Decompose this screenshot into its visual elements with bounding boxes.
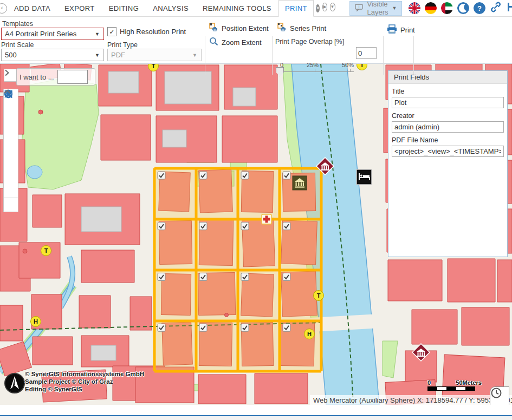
tab-scroll-left-icon[interactable]: ‹	[0, 3, 7, 14]
map-copyright: © SynerGIS Informationssysteme GmbH Samp…	[25, 370, 144, 393]
coordinate-status: Web Mercator (Auxiliary Sphere) X: 17185…	[310, 395, 512, 405]
series-grid-checkbox[interactable]	[283, 324, 290, 331]
scale-bar: 050Meters	[427, 379, 482, 391]
series-grid-checkbox[interactable]	[158, 172, 165, 179]
panel-title[interactable]: Print Fields	[388, 71, 507, 84]
position-extent-button[interactable]: Position Extent	[209, 23, 269, 34]
next-extent-icon[interactable]	[4, 157, 18, 170]
layer-info-icon: i	[355, 3, 364, 14]
language-english-icon[interactable]	[409, 2, 420, 14]
print-scale-select[interactable]: 500▼	[1, 49, 104, 61]
series-grid-checkbox[interactable]	[199, 273, 207, 281]
previous-extent-icon[interactable]	[4, 143, 18, 157]
svg-text:T: T	[360, 64, 364, 68]
zoom-in-icon[interactable]	[4, 116, 18, 130]
slider-track[interactable]	[277, 71, 354, 72]
hotel-marker[interactable]	[357, 169, 372, 185]
tab-scroll-right-icon[interactable]: ▶	[322, 3, 327, 11]
tab-remaining-tools[interactable]: REMAINING TOOLS	[196, 4, 278, 12]
position-extent-icon	[209, 23, 218, 34]
series-grid-checkbox[interactable]	[283, 273, 290, 281]
map-viewport[interactable]: TTHTHT I want to ... Print Fields Titl	[0, 64, 512, 405]
map-toolbar	[3, 89, 18, 212]
i-want-to-label: I want to ...	[20, 73, 54, 81]
transit-stop-marker[interactable]: T	[41, 246, 51, 256]
transit-stop-marker[interactable]: H	[304, 329, 315, 339]
close-tab-icon[interactable]: ✕	[316, 4, 320, 12]
expand-panel-button[interactable]	[4, 69, 17, 82]
language-german-icon[interactable]	[425, 2, 437, 14]
svg-text:H: H	[307, 331, 312, 337]
high-resolution-checkbox[interactable]: ✓ High Resolution Print	[107, 27, 186, 36]
transit-stop-marker[interactable]: H	[31, 317, 41, 327]
i-want-to-widget[interactable]: I want to ...	[16, 68, 95, 86]
zoom-out-icon[interactable]	[4, 130, 18, 143]
ribbon-tab-bar: ‹ ADD DATA EXPORT EDITING ANALYSIS REMAI…	[0, 0, 512, 17]
series-grid-checkbox[interactable]	[283, 222, 290, 230]
overlap-label: Print Page Overlap [%]	[275, 38, 344, 45]
svg-text:T: T	[152, 64, 155, 69]
time-slider-button[interactable]	[490, 386, 509, 405]
north-arrow-icon	[5, 373, 24, 393]
print-type-label: Print Type	[107, 41, 138, 49]
print-icon	[387, 24, 397, 36]
museum-olive-marker[interactable]	[293, 176, 307, 190]
series-grid-checkbox[interactable]	[283, 172, 290, 179]
print-fields-panel: Print Fields Title Creator PDF File Name	[388, 70, 508, 257]
pdf-filename-label: PDF File Name	[392, 136, 504, 144]
series-print-grid[interactable]	[154, 168, 321, 371]
full-extent-icon[interactable]	[4, 184, 18, 198]
templates-label: Templates	[2, 20, 33, 28]
center-map-icon[interactable]	[4, 170, 18, 184]
svg-text:?: ?	[477, 4, 482, 12]
slider-thumb[interactable]	[276, 67, 284, 76]
creator-field-input[interactable]	[392, 121, 504, 133]
series-grid-checkbox[interactable]	[199, 324, 207, 331]
svg-text:T: T	[44, 247, 48, 254]
help-icon[interactable]: ?	[474, 2, 485, 14]
print-scale-label: Print Scale	[1, 41, 34, 49]
series-grid-checkbox[interactable]	[158, 222, 165, 230]
share-link-icon[interactable]	[490, 1, 502, 15]
checkbox-check-icon: ✓	[107, 27, 116, 36]
center-cross-marker	[262, 214, 271, 224]
tab-print[interactable]: PRINT	[278, 0, 314, 17]
tab-add-data[interactable]: ADD DATA	[7, 4, 57, 12]
i-want-to-input[interactable]	[57, 70, 88, 84]
tab-export[interactable]: EXPORT	[57, 4, 102, 12]
language-arabic-icon[interactable]	[441, 2, 453, 14]
templates-select[interactable]: A4 Portrait Print Series▼	[1, 28, 104, 40]
series-print-icon	[277, 23, 287, 34]
tab-menu-dropdown-icon[interactable]: ▼	[330, 3, 335, 11]
series-grid-checkbox[interactable]	[158, 273, 165, 281]
series-grid-checkbox[interactable]	[158, 324, 165, 331]
chevron-down-icon: ▼	[392, 5, 397, 11]
overlap-slider[interactable]: 0 25% 50%	[276, 62, 355, 77]
series-grid-checkbox[interactable]	[241, 222, 249, 230]
visible-layers-dropdown[interactable]: i Visible Layers ▼	[349, 1, 403, 16]
pdf-filename-input[interactable]	[392, 146, 504, 157]
collapse-toolbar-icon[interactable]	[4, 198, 18, 212]
series-grid-checkbox[interactable]	[241, 324, 249, 331]
tab-editing[interactable]: EDITING	[102, 4, 146, 12]
tab-analysis[interactable]: ANALYSIS	[146, 4, 196, 12]
save-icon[interactable]	[506, 1, 512, 15]
title-field-label: Title	[392, 88, 504, 95]
page-background	[0, 416, 512, 420]
svg-text:i: i	[358, 5, 359, 9]
series-print-button[interactable]: Series Print	[277, 23, 326, 34]
svg-text:H: H	[34, 318, 38, 325]
overlap-input[interactable]	[356, 47, 377, 59]
series-grid-checkbox[interactable]	[241, 273, 249, 281]
night-mode-icon[interactable]	[457, 2, 469, 14]
zoom-extent-button[interactable]: Zoom Extent	[209, 37, 262, 48]
print-button[interactable]: Print	[387, 24, 415, 36]
title-field-input[interactable]	[392, 97, 504, 108]
visible-layers-label: Visible Layers	[367, 0, 388, 16]
series-grid-checkbox[interactable]	[199, 222, 207, 230]
transit-stop-marker[interactable]: T	[314, 291, 324, 301]
globe-icon[interactable]	[4, 103, 18, 116]
series-grid-checkbox[interactable]	[199, 172, 207, 179]
series-grid-checkbox[interactable]	[241, 172, 249, 179]
slider-tick-25: 25%	[307, 62, 319, 68]
